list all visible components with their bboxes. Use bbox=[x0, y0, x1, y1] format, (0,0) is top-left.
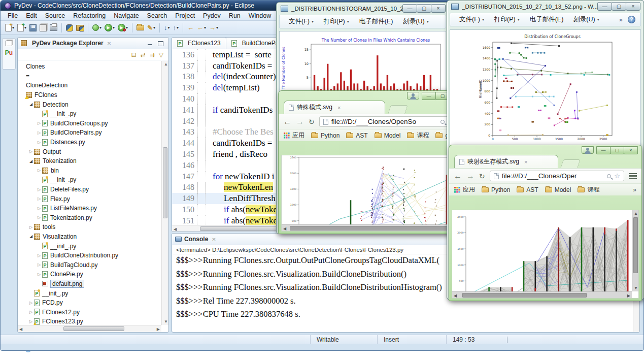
expanded-twisty-icon[interactable]: ◢ bbox=[28, 234, 34, 239]
tree-item-fcd-py[interactable]: ▷PFCD.py bbox=[18, 298, 161, 308]
scroll-left-icon[interactable]: ◀ bbox=[19, 327, 22, 332]
tree-item-clones[interactable]: Clones bbox=[18, 62, 161, 72]
tab-fclones123[interactable]: P FClones123 bbox=[172, 38, 226, 49]
tree-item-init-py[interactable]: P__init_.py bbox=[18, 175, 161, 185]
maximize-button[interactable]: ▢ bbox=[417, 4, 431, 13]
focus-tasks-icon[interactable]: ⇉ bbox=[150, 51, 155, 58]
tree-item-init-py[interactable]: P__init_.py bbox=[18, 241, 161, 251]
bookmark-ast[interactable]: AST bbox=[346, 132, 367, 139]
close-button[interactable]: × bbox=[431, 4, 446, 13]
forward-icon[interactable]: → bbox=[296, 118, 304, 126]
dropdown-caret-icon[interactable]: ▾ bbox=[204, 25, 206, 30]
collapsed-twisty-icon[interactable]: ▷ bbox=[36, 206, 42, 211]
browser-tab[interactable]: 映射&生存模式.svg × bbox=[454, 155, 558, 168]
collapsed-twisty-icon[interactable]: ▷ bbox=[36, 140, 42, 145]
tree-item-bin[interactable]: ▷bin bbox=[18, 166, 161, 176]
reload-icon[interactable]: ↻ bbox=[309, 118, 315, 126]
bookmark-item[interactable]: 课程 bbox=[578, 185, 599, 194]
maximize-button[interactable]: ▢ bbox=[610, 146, 624, 154]
collapsed-twisty-icon[interactable]: ▷ bbox=[36, 121, 42, 125]
scroll-down-icon[interactable]: ▼ bbox=[634, 286, 638, 290]
bookmark-star-icon[interactable]: ☆ bbox=[614, 172, 620, 180]
pv1-titlebar[interactable]: _DISTRIBUTIONHISTOGRAM_2015_10_27_10_1..… bbox=[277, 3, 449, 15]
run-coverage-button[interactable]: ▶▾ bbox=[117, 22, 129, 34]
search-icon[interactable] bbox=[607, 174, 611, 178]
vscroll-thumb[interactable] bbox=[633, 217, 638, 273]
collapsed-twisty-icon[interactable]: ▷ bbox=[28, 301, 34, 305]
minimize-button[interactable]: — bbox=[596, 146, 611, 154]
close-tab-icon[interactable]: × bbox=[524, 159, 527, 165]
menu-search[interactable]: Search bbox=[143, 12, 172, 20]
new-pydev-module-button[interactable]: ▾ bbox=[16, 22, 27, 34]
tree-item-flex-py[interactable]: ▷PFlex.py bbox=[18, 194, 161, 204]
dropdown-caret-icon[interactable]: ▾ bbox=[126, 25, 128, 30]
page-horizontal-scrollbar[interactable]: ◀ bbox=[282, 224, 450, 231]
bookmarks-overflow-icon[interactable]: » bbox=[633, 186, 636, 193]
dropdown-caret-icon[interactable]: ▾ bbox=[168, 25, 170, 30]
collapsed-twisty-icon[interactable]: ▷ bbox=[36, 187, 42, 192]
minimize-view-icon[interactable] bbox=[147, 41, 153, 46]
tree-item-deletefiles-py[interactable]: ▷PDeleteFiles.py bbox=[18, 185, 161, 194]
scroll-up-icon[interactable]: ▲ bbox=[634, 211, 638, 216]
collapse-all-icon[interactable]: ⊟ bbox=[131, 51, 137, 58]
bookmark-python[interactable]: Python bbox=[311, 132, 340, 139]
collapsed-twisty-icon[interactable]: ▷ bbox=[36, 196, 42, 201]
collapsed-twisty-icon[interactable]: ▷ bbox=[28, 149, 34, 154]
tree-item-clonepie-py[interactable]: ▷PClonePie.py bbox=[18, 270, 161, 279]
tree-item-init-py[interactable]: P__init_.py bbox=[18, 288, 161, 298]
hscroll-thumb[interactable] bbox=[290, 226, 447, 231]
dropdown-caret-icon[interactable]: ▾ bbox=[216, 25, 218, 30]
browser-tab[interactable]: 特殊模式.svg × bbox=[284, 101, 385, 114]
collapsed-twisty-icon[interactable]: ▷ bbox=[36, 168, 42, 173]
tree-item-output[interactable]: ▷Output bbox=[18, 147, 161, 156]
tree-item-clonedetection[interactable]: CloneDetection bbox=[18, 81, 161, 90]
menu-edit[interactable]: Edit bbox=[22, 12, 41, 20]
tree-item-detection[interactable]: ◢Detection bbox=[18, 100, 161, 109]
tree-item-fclones123-py[interactable]: ▷PFClones123.py bbox=[18, 317, 161, 325]
tree-item-distances-py[interactable]: ▷PDistances.py bbox=[18, 138, 161, 147]
link-with-editor-icon[interactable]: ⇄ bbox=[141, 51, 146, 58]
profile-icon[interactable] bbox=[407, 92, 419, 100]
search-icon[interactable] bbox=[440, 120, 445, 124]
scroll-right-icon[interactable]: ▶ bbox=[157, 327, 160, 332]
close-button[interactable]: × bbox=[624, 146, 638, 154]
tree-item-default-png[interactable]: default.png bbox=[18, 279, 161, 289]
bookmark-model[interactable]: Model bbox=[375, 132, 401, 139]
back-button[interactable]: ←▾ bbox=[196, 22, 207, 34]
pydev-package-icon-button[interactable] bbox=[75, 22, 85, 34]
minimize-button[interactable]: — bbox=[597, 2, 612, 11]
tree-item-buildclonegroups-py[interactable]: ▷PBuildCloneGroups.py bbox=[18, 119, 161, 128]
tree-item-init-py[interactable]: P__init_.py bbox=[18, 109, 161, 119]
collapsed-twisty-icon[interactable]: ▷ bbox=[28, 310, 34, 314]
back-icon[interactable]: ← bbox=[454, 172, 462, 180]
apps-menu-item[interactable]: 应用 bbox=[284, 131, 304, 140]
maximize-button[interactable]: ▢ bbox=[612, 2, 626, 11]
tree-item-item[interactable]: = bbox=[18, 72, 161, 81]
chrome1-header[interactable]: — ▢ 特殊模式.svg × bbox=[279, 91, 453, 114]
menu-e[interactable]: 电子邮件(E) bbox=[526, 15, 568, 24]
package-explorer-header[interactable]: PyDev Package Explorer ✕ bbox=[18, 38, 168, 49]
run-button[interactable]: ▶▾ bbox=[104, 22, 116, 34]
dropdown-caret-icon[interactable]: ▾ bbox=[177, 25, 179, 30]
close-view-icon[interactable]: ✕ bbox=[107, 41, 111, 46]
save-all-button[interactable] bbox=[39, 22, 48, 34]
address-bar[interactable]: file:///D:/___Clones/OpenSo bbox=[319, 116, 449, 127]
close-button[interactable]: × bbox=[626, 2, 640, 11]
pydev-perspective-icon[interactable]: Pu bbox=[5, 49, 13, 56]
bookmark-ast[interactable]: AST bbox=[517, 186, 538, 193]
scroll-up-icon[interactable]: ▲ bbox=[164, 62, 168, 67]
bookmark-item[interactable]: 课程 bbox=[407, 131, 429, 140]
tree-item-listfilenames-py[interactable]: ▷PListFileNames.py bbox=[18, 204, 161, 213]
help-icon[interactable]: ? bbox=[628, 16, 635, 23]
tree-item-tools[interactable]: ▷tools bbox=[18, 222, 161, 232]
menu-f[interactable]: 文件(F)▾ bbox=[455, 15, 488, 24]
page-horizontal-scrollbar[interactable]: ◀ ▶ bbox=[452, 291, 632, 298]
tree-item-fclones12-py[interactable]: ▷PFClones12.py bbox=[18, 307, 161, 317]
profile-icon[interactable] bbox=[582, 146, 594, 154]
tree-item-fclones[interactable]: FClones bbox=[18, 90, 161, 100]
chrome2-header[interactable]: — ▢ × 映射&生存模式.svg × bbox=[449, 145, 641, 168]
next-annotation-button[interactable]: ↓▾ bbox=[163, 22, 171, 34]
menu-u[interactable]: 刻录(U)▾ bbox=[399, 17, 432, 26]
minimize-button[interactable]: — bbox=[402, 4, 417, 13]
menu-icon[interactable] bbox=[629, 173, 637, 179]
